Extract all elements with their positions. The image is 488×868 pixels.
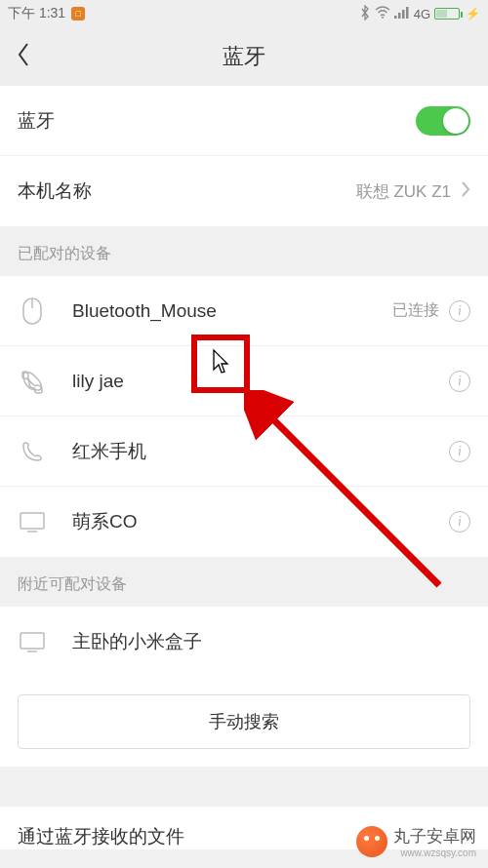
device-name: lily jae	[72, 371, 124, 392]
network-label: 4G	[414, 7, 430, 21]
device-name: 萌系CO	[72, 509, 138, 534]
svg-rect-9	[20, 633, 44, 649]
received-files-label: 通过蓝牙接收的文件	[18, 826, 184, 847]
status-time: 下午 1:31	[8, 5, 65, 22]
device-name-value: 联想 ZUK Z1	[356, 180, 451, 203]
info-icon[interactable]: i	[449, 511, 470, 533]
info-icon[interactable]: i	[449, 371, 470, 392]
watermark: 丸子安卓网 www.wzsqsy.com	[348, 819, 484, 864]
header: 蓝牙	[0, 27, 488, 86]
paired-device-row[interactable]: 红米手机 i	[0, 416, 488, 487]
bluetooth-icon	[359, 5, 371, 23]
manual-search-button[interactable]: 手动搜索	[18, 694, 470, 749]
recording-icon: □	[71, 7, 85, 20]
monitor-icon	[18, 507, 47, 536]
charging-icon: ⚡	[466, 7, 480, 20]
wifi-icon	[375, 6, 390, 22]
back-button[interactable]	[16, 41, 31, 72]
device-name-label: 本机名称	[18, 178, 92, 204]
battery-icon	[434, 8, 460, 20]
svg-rect-3	[402, 10, 405, 19]
cursor-icon	[211, 348, 230, 379]
svg-rect-2	[398, 13, 401, 19]
phone-icon	[18, 367, 47, 396]
device-name: 主卧的小米盒子	[72, 629, 202, 654]
bluetooth-label: 蓝牙	[18, 108, 55, 134]
paired-device-row[interactable]: 萌系CO i	[0, 487, 488, 557]
paired-devices-header: 已配对的设备	[0, 226, 488, 276]
watermark-logo-icon	[356, 826, 387, 857]
manual-search-label: 手动搜索	[209, 710, 279, 733]
info-icon[interactable]: i	[449, 441, 470, 462]
annotation-highlight-box	[191, 335, 250, 393]
svg-rect-1	[394, 16, 397, 19]
svg-point-0	[382, 17, 384, 19]
watermark-url: www.wzsqsy.com	[393, 848, 476, 858]
watermark-text: 丸子安卓网	[393, 827, 476, 846]
monitor-icon	[18, 627, 47, 656]
chevron-right-icon	[461, 180, 470, 202]
device-status: 已连接	[392, 300, 439, 321]
device-name: Bluetooth_Mouse	[72, 300, 217, 322]
phone-icon	[18, 437, 47, 466]
page-title: 蓝牙	[0, 42, 488, 71]
signal-icon	[394, 6, 410, 21]
bluetooth-toggle-row[interactable]: 蓝牙	[0, 86, 488, 156]
status-bar: 下午 1:31 □ 4G ⚡	[0, 0, 488, 27]
device-name: 红米手机	[72, 439, 146, 464]
svg-rect-7	[20, 513, 44, 529]
mouse-icon	[18, 296, 47, 326]
svg-rect-4	[406, 7, 409, 19]
nearby-device-row[interactable]: 主卧的小米盒子	[0, 607, 488, 677]
device-name-row[interactable]: 本机名称 联想 ZUK Z1	[0, 156, 488, 226]
bluetooth-toggle[interactable]	[416, 106, 470, 136]
info-icon[interactable]: i	[449, 300, 470, 322]
nearby-devices-header: 附近可配对设备	[0, 557, 488, 607]
